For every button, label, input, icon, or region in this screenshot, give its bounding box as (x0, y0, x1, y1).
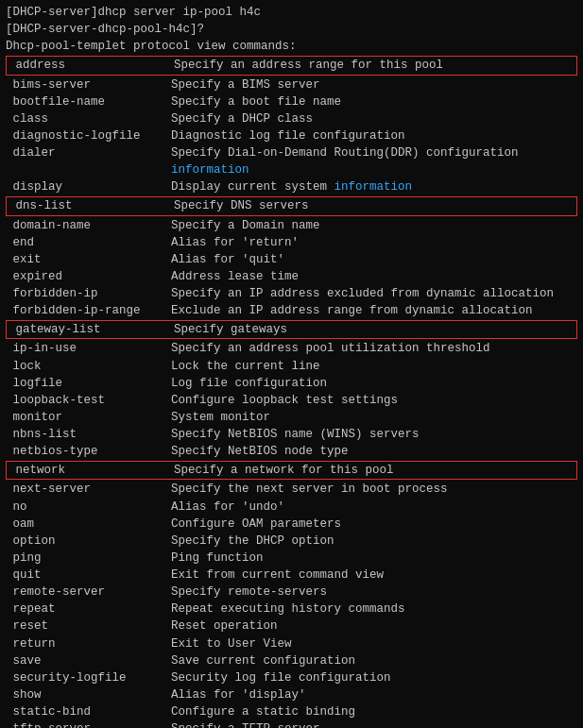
command-name: security-logfile (6, 669, 157, 686)
command-name: display (6, 178, 157, 195)
command-desc: Configure loopback test settings (157, 392, 398, 409)
command-row: reset Reset operation (6, 618, 577, 635)
command-name: dns-list (9, 197, 160, 214)
command-desc: Configure OAM parameters (157, 516, 341, 533)
command-row: tftp-server Specify a TFTP server (6, 720, 577, 728)
command-desc: Specify an address range for this pool (160, 57, 443, 74)
command-desc: Specify a BIMS server (157, 76, 320, 93)
command-row: nbns-list Specify NetBIOS name (WINS) se… (6, 426, 577, 443)
command-desc: Specify an address pool utilization thre… (157, 340, 490, 357)
command-desc: Specify NetBIOS name (WINS) servers (157, 426, 420, 443)
header-line-1: [DHCP-server]dhcp server ip-pool h4c (6, 4, 577, 21)
command-row: expired Address lease time (6, 268, 577, 285)
command-desc: Lock the current line (157, 358, 320, 375)
command-row: next-server Specify the next server in b… (6, 481, 577, 498)
command-desc: Reset operation (157, 618, 278, 635)
command-desc: Exclude an IP address range from dynamic… (157, 302, 533, 319)
command-desc: Specify remote-servers (157, 584, 327, 601)
command-row: end Alias for 'return' (6, 234, 577, 251)
command-name: lock (6, 358, 157, 375)
command-name: diagnostic-logfile (6, 127, 157, 144)
command-name: oam (6, 516, 157, 533)
command-row: network Specify a network for this pool (6, 461, 577, 480)
command-row: repeat Repeat executing history commands (6, 601, 577, 618)
command-row: lock Lock the current line (6, 358, 577, 375)
command-name: exit (6, 251, 157, 268)
command-name: save (6, 652, 157, 669)
command-row: forbidden-ip-range Exclude an IP address… (6, 302, 577, 319)
command-name: bims-server (6, 76, 157, 93)
command-name: netbios-type (6, 443, 157, 460)
command-name: forbidden-ip (6, 285, 157, 302)
command-name: class (6, 110, 157, 127)
command-desc: information (157, 161, 249, 178)
command-desc: Specify Dial-on-Demand Routing(DDR) conf… (157, 144, 519, 161)
command-name: ip-in-use (6, 340, 157, 357)
command-row: bims-server Specify a BIMS server (6, 76, 577, 93)
command-name: network (9, 462, 160, 479)
command-name: option (6, 533, 157, 550)
command-row: gateway-list Specify gateways (6, 320, 577, 339)
command-name: monitor (6, 409, 157, 426)
command-row: monitor System monitor (6, 409, 577, 426)
command-desc: Configure a static binding (157, 703, 355, 720)
command-desc: Specify a boot file name (157, 93, 341, 110)
command-row: loopback-test Configure loopback test se… (6, 392, 577, 409)
command-desc: Exit to User View (157, 635, 292, 652)
command-name: forbidden-ip-range (6, 302, 157, 319)
command-desc: Specify DNS servers (160, 197, 309, 214)
command-desc: Specify a TFTP server (157, 720, 320, 728)
command-desc: Specify NetBIOS node type (157, 443, 349, 460)
command-name: no (6, 499, 157, 516)
command-name: reset (6, 618, 157, 635)
command-row: oam Configure OAM parameters (6, 516, 577, 533)
command-row: return Exit to User View (6, 635, 577, 652)
command-desc: Address lease time (157, 268, 299, 285)
command-desc: Specify a Domain name (157, 217, 320, 234)
command-desc: Alias for 'undo' (157, 499, 284, 516)
command-row: option Specify the DHCP option (6, 533, 577, 550)
command-row: address Specify an address range for thi… (6, 56, 577, 75)
command-name: domain-name (6, 217, 157, 234)
command-row: bootfile-name Specify a boot file name (6, 93, 577, 110)
command-row: display Display current system informati… (6, 178, 577, 195)
command-row: diagnostic-logfile Diagnostic log file c… (6, 127, 577, 144)
command-name: show (6, 686, 157, 703)
command-desc: Repeat executing history commands (157, 601, 405, 618)
command-row: information (6, 161, 577, 178)
commands-list: address Specify an address range for thi… (6, 56, 577, 728)
command-desc: Save current configuration (157, 652, 355, 669)
command-row: ping Ping function (6, 550, 577, 567)
command-row: class Specify a DHCP class (6, 110, 577, 127)
command-desc: Log file configuration (157, 375, 327, 392)
command-row: exit Alias for 'quit' (6, 251, 577, 268)
command-name: expired (6, 268, 157, 285)
command-name: return (6, 635, 157, 652)
command-row: save Save current configuration (6, 652, 577, 669)
command-row: ip-in-use Specify an address pool utiliz… (6, 340, 577, 357)
header-line-3: Dhcp-pool-templet protocol view commands… (6, 38, 577, 55)
command-row: remote-server Specify remote-servers (6, 584, 577, 601)
command-row: forbidden-ip Specify an IP address exclu… (6, 285, 577, 302)
command-row: dns-list Specify DNS servers (6, 196, 577, 215)
command-name: loopback-test (6, 392, 157, 409)
command-row: domain-name Specify a Domain name (6, 217, 577, 234)
terminal-window: [DHCP-server]dhcp server ip-pool h4c [DH… (0, 0, 583, 728)
command-name: repeat (6, 601, 157, 618)
command-desc: Ping function (157, 550, 264, 567)
command-desc: Specify an IP address excluded from dyna… (157, 285, 554, 302)
command-name: address (9, 57, 160, 74)
command-name: logfile (6, 375, 157, 392)
command-row: dialer Specify Dial-on-Demand Routing(DD… (6, 144, 577, 161)
header-line-2: [DHCP-server-dhcp-pool-h4c]? (6, 21, 577, 38)
command-row: quit Exit from current command view (6, 567, 577, 584)
command-desc: Diagnostic log file configuration (157, 127, 405, 144)
command-row: static-bind Configure a static binding (6, 703, 577, 720)
command-row: no Alias for 'undo' (6, 499, 577, 516)
command-row: logfile Log file configuration (6, 375, 577, 392)
command-name: next-server (6, 481, 157, 498)
command-name: bootfile-name (6, 93, 157, 110)
command-name: dialer (6, 144, 157, 161)
command-desc: Specify the next server in boot process (157, 481, 448, 498)
command-desc: Alias for 'return' (157, 234, 299, 251)
